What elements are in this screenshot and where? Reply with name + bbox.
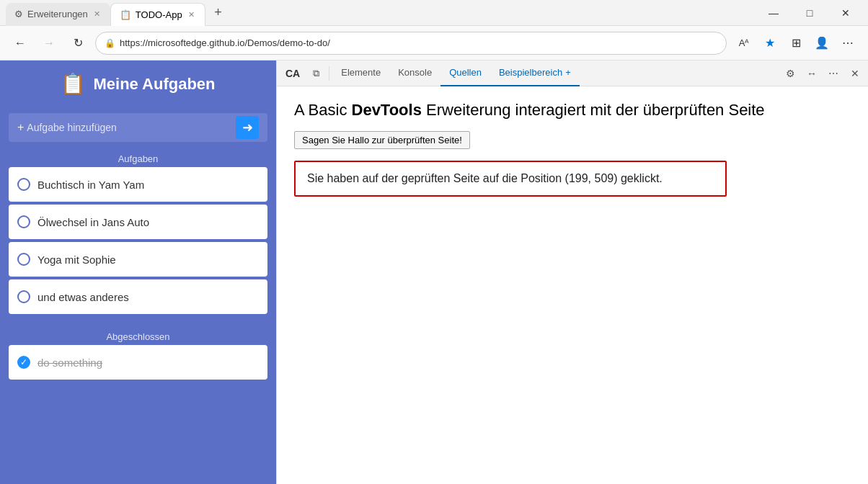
address-bar: ← → ↻ 🔒 https://microsoftedge.github.io/… [0,26,868,60]
title-basic: Basic [309,101,347,119]
devtools-separator-1 [329,66,329,81]
devtools-content: A Basic DevTools Erweiterung interagiert… [277,86,868,484]
add-task-input[interactable] [27,122,236,133]
todo-tab-close[interactable]: ✕ [187,9,196,21]
collections-button[interactable]: ⊞ [784,32,807,55]
task-label-2: Ölwechsel in Jans Auto [37,216,149,228]
devtools-result-box: Sie haben auf der geprüften Seite auf di… [294,161,727,197]
close-button[interactable]: ✕ [829,1,862,24]
completed-tasks-label: Abgeschlossen [0,326,276,345]
extensions-tab-close[interactable]: ✕ [92,8,102,20]
devtools-toolbar: CA ⧉ Elemente Konsole Quellen Beispielbe… [277,60,868,86]
task-label-3: Yoga mit Sophie [37,254,116,266]
devtools-ca-button[interactable]: CA [280,60,306,86]
minimize-button[interactable]: — [757,1,790,24]
todo-tab-icon: 📋 [120,9,131,20]
sidebar-title: Meine Aufgaben [93,75,215,94]
task-radio-1[interactable] [17,178,30,191]
extensions-tab-label: Erweiterungen [27,9,88,19]
devtools-actions: ⚙ ↔ ⋯ ✕ [780,63,865,84]
title-devtools: DevTools [352,101,422,119]
task-item-2[interactable]: Ölwechsel in Jans Auto [9,205,267,239]
new-tab-button[interactable]: + [208,3,229,23]
completed-task-label-1: do something [37,357,102,369]
back-button[interactable]: ← [9,32,32,55]
browser-window: ⚙ Erweiterungen ✕ 📋 TODO-App ✕ + — □ ✕ ←… [0,0,868,484]
task-list: Buchtisch in Yam Yam Ölwechsel in Jans A… [0,167,276,314]
title-a: A [294,101,304,119]
devtools-tab-console[interactable]: Konsole [389,60,440,86]
task-label-4: und etwas anderes [37,291,129,303]
devtools-dock-icon[interactable]: ↔ [802,63,822,84]
devtools-panel: CA ⧉ Elemente Konsole Quellen Beispielbe… [276,60,868,484]
task-radio-4[interactable] [17,290,30,303]
todo-tab-label: TODO-App [136,9,182,20]
url-bar[interactable]: 🔒 https://microsoftedge.github.io/Demos/… [95,32,727,55]
greet-button[interactable]: Sagen Sie Hallo zur überprüften Seite! [294,131,470,149]
devtools-more-icon[interactable]: ⋯ [823,63,843,84]
profile-button[interactable]: 👤 [810,32,833,55]
completed-task-list: ✓ do something [0,345,276,380]
task-item-1[interactable]: Buchtisch in Yam Yam [9,167,267,202]
url-text: https://microsoftedge.github.io/Demos/de… [120,37,330,48]
address-actions: Aᴬ ★ ⊞ 👤 ⋯ [732,32,859,55]
main-area: 📋 Meine Aufgaben + ➜ Aufgaben Buchtisch … [0,60,868,484]
extensions-tab-icon: ⚙ [14,9,23,19]
task-item-3[interactable]: Yoga mit Sophie [9,242,267,277]
completed-task-item-1[interactable]: ✓ do something [9,345,267,380]
tab-todo[interactable]: 📋 TODO-App ✕ [110,3,205,26]
forward-button[interactable]: → [37,32,61,55]
sidebar-header: 📋 Meine Aufgaben [0,60,276,107]
title-rest: Erweiterung interagiert mit der überprüf… [426,101,765,119]
maximize-button[interactable]: □ [793,1,826,24]
devtools-tab-plus: + [565,67,571,78]
devtools-toggle-button[interactable]: ⧉ [306,63,326,84]
task-radio-2[interactable] [17,215,30,228]
todo-sidebar: 📋 Meine Aufgaben + ➜ Aufgaben Buchtisch … [0,60,276,484]
lock-icon: 🔒 [105,38,115,48]
add-task-bar: + ➜ [9,113,267,142]
reader-view-button[interactable]: Aᴬ [732,32,756,55]
sidebar-app-icon: 📋 [61,72,86,96]
task-label-1: Buchtisch in Yam Yam [37,179,144,191]
devtools-tab-playground[interactable]: Beispielbereich + [490,60,580,86]
devtools-close-icon[interactable]: ✕ [845,63,865,84]
window-controls: — □ ✕ [757,1,862,24]
result-text: Sie haben auf der geprüften Seite auf di… [307,172,663,184]
add-task-button[interactable]: ➜ [236,116,259,139]
task-radio-3[interactable] [17,253,30,266]
favorites-button[interactable]: ★ [758,32,781,55]
task-check-1[interactable]: ✓ [17,356,30,369]
task-item-4[interactable]: und etwas anderes [9,279,267,314]
title-bar: ⚙ Erweiterungen ✕ 📋 TODO-App ✕ + — □ ✕ [0,0,868,26]
add-task-plus-icon: + [17,121,24,134]
active-tasks-label: Aufgaben [0,148,276,167]
more-button[interactable]: ⋯ [836,32,859,55]
devtools-content-title: A Basic DevTools Erweiterung interagiert… [294,101,851,120]
devtools-tab-elements[interactable]: Elemente [332,60,389,86]
devtools-settings-icon[interactable]: ⚙ [780,63,800,84]
refresh-button[interactable]: ↻ [66,32,89,55]
tab-extensions[interactable]: ⚙ Erweiterungen ✕ [6,3,110,26]
devtools-tab-sources[interactable]: Quellen [440,60,490,86]
